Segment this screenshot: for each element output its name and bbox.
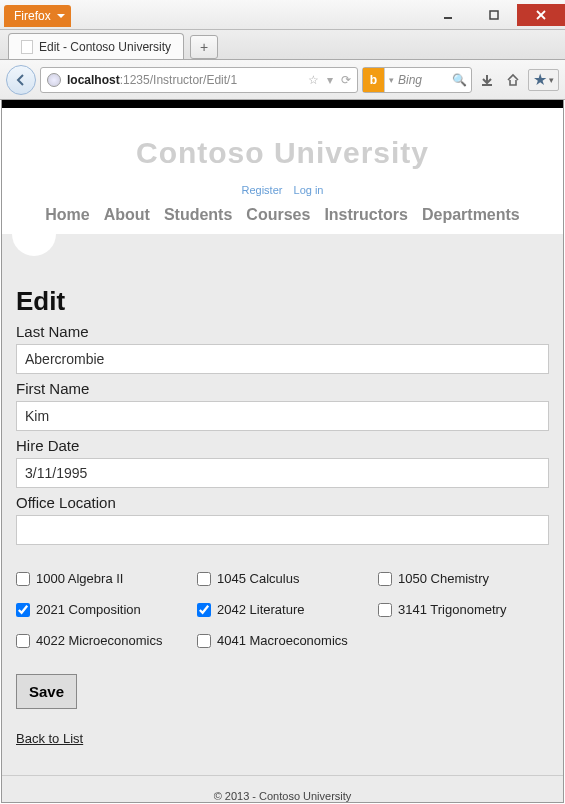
back-button[interactable]	[6, 65, 36, 95]
course-label: 3141 Trigonometry	[398, 602, 506, 617]
course-label: 1045 Calculus	[217, 571, 299, 586]
save-button[interactable]: Save	[16, 674, 77, 709]
bookmark-star-icon[interactable]: ☆	[308, 73, 319, 87]
window-close-button[interactable]	[517, 4, 565, 26]
course-checkbox[interactable]	[378, 603, 392, 617]
reload-icon[interactable]: ⟳	[341, 73, 351, 87]
hire-date-input[interactable]	[16, 458, 549, 488]
first-name-label: First Name	[16, 380, 549, 397]
course-checkbox[interactable]	[197, 634, 211, 648]
page-hero: Contoso University Register Log in Home …	[2, 108, 563, 234]
course-checkbox-item[interactable]: 1045 Calculus	[197, 571, 368, 586]
top-nav: Home About Students Courses Instructors …	[12, 206, 553, 224]
site-title: Contoso University	[12, 136, 553, 170]
home-button[interactable]	[502, 69, 524, 91]
course-checkbox-item[interactable]: 1000 Algebra II	[16, 571, 187, 586]
last-name-label: Last Name	[16, 323, 549, 340]
course-checkbox[interactable]	[378, 572, 392, 586]
back-to-list-link[interactable]: Back to List	[16, 731, 83, 746]
course-label: 2042 Literature	[217, 602, 304, 617]
chevron-down-icon: ▾	[549, 75, 554, 85]
course-label: 4022 Microeconomics	[36, 633, 162, 648]
office-location-input[interactable]	[16, 515, 549, 545]
browser-toolbar: localhost:1235/Instructor/Edit/1 ☆ ▾ ⟳ b…	[0, 60, 565, 100]
window-maximize-button[interactable]	[471, 4, 517, 26]
course-checkbox-item[interactable]: 2042 Literature	[197, 602, 368, 617]
dropdown-icon[interactable]: ▾	[327, 73, 333, 87]
course-label: 4041 Macroeconomics	[217, 633, 348, 648]
firefox-menu-button[interactable]: Firefox	[4, 5, 71, 27]
nav-departments[interactable]: Departments	[422, 206, 520, 224]
window-titlebar: Firefox	[0, 0, 565, 30]
page-viewport: Contoso University Register Log in Home …	[1, 100, 564, 803]
globe-icon	[47, 73, 61, 87]
search-placeholder: Bing	[398, 73, 448, 87]
nav-about[interactable]: About	[104, 206, 150, 224]
course-checkbox[interactable]	[16, 572, 30, 586]
svg-rect-1	[490, 11, 498, 19]
register-link[interactable]: Register	[241, 184, 282, 196]
course-checkbox-item[interactable]: 1050 Chemistry	[378, 571, 549, 586]
course-checkbox-item[interactable]: 4022 Microeconomics	[16, 633, 187, 648]
nav-students[interactable]: Students	[164, 206, 232, 224]
course-checkbox[interactable]	[16, 634, 30, 648]
first-name-input[interactable]	[16, 401, 549, 431]
course-checkbox[interactable]	[16, 603, 30, 617]
last-name-input[interactable]	[16, 344, 549, 374]
login-link[interactable]: Log in	[294, 184, 324, 196]
course-checkbox-item[interactable]: 4041 Macroeconomics	[197, 633, 368, 648]
course-checkbox[interactable]	[197, 603, 211, 617]
page-icon	[21, 40, 33, 54]
tab-title: Edit - Contoso University	[39, 40, 171, 54]
course-label: 2021 Composition	[36, 602, 141, 617]
bookmarks-menu-button[interactable]: ★ ▾	[528, 69, 559, 91]
hire-date-label: Hire Date	[16, 437, 549, 454]
nav-instructors[interactable]: Instructors	[324, 206, 408, 224]
window-minimize-button[interactable]	[425, 4, 471, 26]
page-footer: © 2013 - Contoso University	[2, 775, 563, 803]
browser-tab[interactable]: Edit - Contoso University	[8, 33, 184, 59]
new-tab-button[interactable]: +	[190, 35, 218, 59]
page-heading: Edit	[16, 286, 549, 317]
top-black-bar	[2, 100, 563, 108]
search-icon[interactable]: 🔍	[452, 73, 471, 87]
course-checkbox-item[interactable]: 3141 Trigonometry	[378, 602, 549, 617]
avatar-placeholder	[12, 234, 56, 256]
course-checkbox-item[interactable]: 2021 Composition	[16, 602, 187, 617]
tab-strip: Edit - Contoso University +	[0, 30, 565, 60]
url-text: localhost:1235/Instructor/Edit/1	[67, 73, 302, 87]
address-bar[interactable]: localhost:1235/Instructor/Edit/1 ☆ ▾ ⟳	[40, 67, 358, 93]
search-bar[interactable]: b ▾ Bing 🔍	[362, 67, 472, 93]
bing-icon: b	[363, 68, 385, 92]
courses-grid: 1000 Algebra II1045 Calculus1050 Chemist…	[16, 571, 549, 648]
course-label: 1000 Algebra II	[36, 571, 123, 586]
course-checkbox[interactable]	[197, 572, 211, 586]
course-label: 1050 Chemistry	[398, 571, 489, 586]
downloads-button[interactable]	[476, 69, 498, 91]
nav-home[interactable]: Home	[45, 206, 89, 224]
page-body: Edit Last Name First Name Hire Date Offi…	[2, 234, 563, 803]
search-dropdown-icon[interactable]: ▾	[389, 75, 394, 85]
star-icon: ★	[533, 70, 547, 89]
nav-courses[interactable]: Courses	[246, 206, 310, 224]
office-location-label: Office Location	[16, 494, 549, 511]
